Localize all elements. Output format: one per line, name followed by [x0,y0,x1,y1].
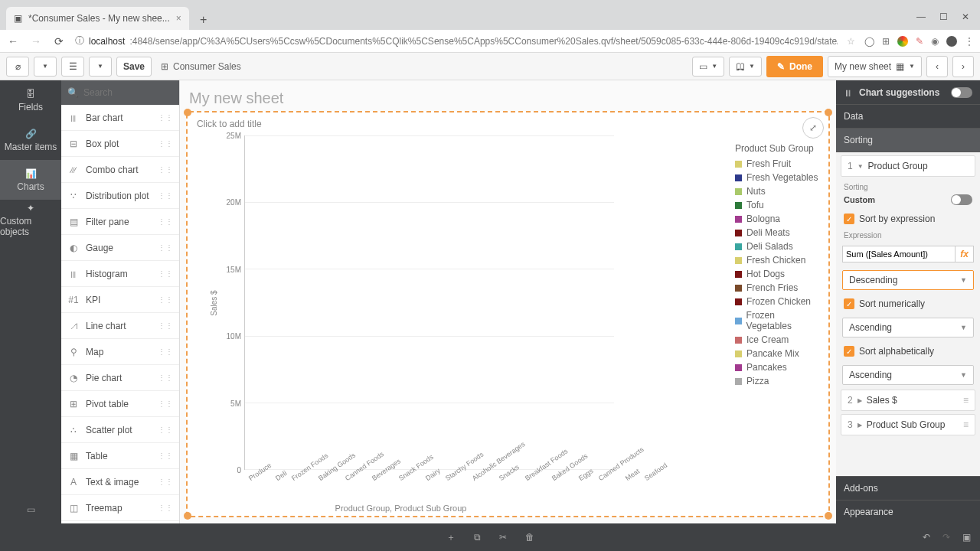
legend-item[interactable]: Tofu [735,200,819,210]
checkbox-checked-icon[interactable]: ✓ [844,214,854,224]
asset-item[interactable]: ∵Distribution plot⋮⋮ [61,183,179,209]
grip-icon[interactable]: ⋮⋮ [158,425,173,434]
asset-item[interactable]: #1KPI⋮⋮ [61,287,179,313]
new-tab-button[interactable]: + [194,10,214,30]
grip-icon[interactable]: ⋮⋮ [158,295,173,304]
ext-icon[interactable]: ⊞ [882,36,890,47]
expression-input[interactable] [842,246,956,262]
fx-button[interactable]: fx [956,246,974,262]
sort-numerically-row[interactable]: ✓ Sort numerically [836,295,980,313]
back-icon[interactable]: ← [6,35,20,47]
add-icon[interactable]: ＋ [446,531,456,544]
grip-icon[interactable]: ⋮⋮ [158,269,173,278]
canvas[interactable]: My new sheet Click to add title ⤢ Sales … [180,80,836,523]
grip-icon[interactable]: ⋮⋮ [158,191,173,200]
fullscreen-icon[interactable]: ▣ [962,532,971,543]
ext-icon[interactable]: ◯ [864,36,874,47]
sort-item-2[interactable]: 2 ▶ Sales $ ≡ [841,390,975,411]
undo-icon[interactable]: ↶ [923,532,930,543]
legend-item[interactable]: Frozen Vegetables [735,310,819,331]
reload-icon[interactable]: ⟳ [52,35,66,47]
prev-sheet-button[interactable]: ‹ [926,56,948,77]
legend-item[interactable]: Pancake Mix [735,348,819,359]
asset-item[interactable]: ◫Treemap⋮⋮ [61,495,179,521]
bookmark-button[interactable]: 🕮 ▼ [729,57,762,77]
grip-icon[interactable]: ⋮⋮ [158,504,173,512]
custom-sort-toggle[interactable] [951,194,972,205]
visualization[interactable]: Click to add title ⤢ Sales $ 05M10M15M20… [186,111,830,517]
delete-icon[interactable]: 🗑 [525,532,534,543]
legend-item[interactable]: French Fries [735,282,819,293]
asset-item[interactable]: ⊞Pivot table⋮⋮ [61,391,179,417]
next-sheet-button[interactable]: › [952,56,974,77]
done-button[interactable]: ✎Done [766,56,823,77]
grip-icon[interactable]: ⋮⋮ [158,217,173,226]
sort-by-expression-row[interactable]: ✓ Sort by expression [836,210,980,228]
url-field[interactable]: ⓘ localhost:4848/sense/app/C%3A%5CUsers%… [75,34,838,47]
grip-icon[interactable]: ⋮⋮ [158,113,173,122]
expand-icon[interactable]: ⤢ [802,117,824,139]
global-menu-caret[interactable]: ▼ [34,57,57,77]
legend-item[interactable]: Deli Salads [735,241,819,252]
redo-icon[interactable]: ↷ [942,532,950,543]
grip-icon[interactable]: ⋮⋮ [158,139,173,148]
ext-icon[interactable] [897,36,908,47]
asset-item[interactable]: ▦Table⋮⋮ [61,443,179,469]
legend-item[interactable]: Hot Dogs [735,269,819,279]
close-window-icon[interactable]: ✕ [962,11,969,22]
sheet-selector[interactable]: My new sheet ▦▼ [828,56,922,77]
resize-handle[interactable] [825,109,832,116]
cut-icon[interactable]: ✂ [499,532,507,543]
viz-title-placeholder[interactable]: Click to add title [188,112,828,135]
browser-tab[interactable]: ▣ *Consumer Sales - My new shee... × [6,7,189,30]
legend-item[interactable]: Pizza [735,376,819,386]
alpha-order-dropdown[interactable]: Ascending▼ [842,365,974,385]
legend-item[interactable]: Fresh Vegetables [735,172,819,183]
rail-fields[interactable]: 🗄Fields [0,80,61,120]
grip-icon[interactable]: ⋮⋮ [158,452,173,460]
checkbox-checked-icon[interactable]: ✓ [844,298,854,309]
rail-charts[interactable]: 📊Charts [0,160,61,200]
ext-icon[interactable]: ◉ [931,36,939,47]
legend-item[interactable]: Ice Cream [735,334,819,345]
asset-item[interactable]: ⫼Histogram⋮⋮ [61,261,179,287]
menu-icon[interactable]: ⋮ [965,36,974,47]
asset-item[interactable]: ⫻Combo chart⋮⋮ [61,157,179,183]
section-sorting[interactable]: Sorting [836,129,980,152]
copy-icon[interactable]: ⧉ [474,532,481,543]
rail-custom-objects[interactable]: ✦Custom objects [0,200,61,240]
legend-item[interactable]: Pancakes [735,362,819,373]
legend-item[interactable]: Deli Meats [735,227,819,238]
sort-alphabetically-row[interactable]: ✓ Sort alphabetically [836,342,980,360]
sort-item-3[interactable]: 3 ▶ Product Sub Group ≡ [841,414,975,435]
grip-icon[interactable]: ⋮⋮ [158,478,173,486]
global-menu-button[interactable]: ⌀ [6,57,29,77]
view-caret[interactable]: ▼ [89,57,112,77]
asset-item[interactable]: ∴Scatter plot⋮⋮ [61,417,179,443]
rail-collapse-button[interactable]: ▭ [0,496,61,523]
resize-handle[interactable] [184,109,191,116]
drag-icon[interactable]: ≡ [963,419,969,430]
legend-item[interactable]: Frozen Chicken [735,296,819,307]
numeric-order-dropdown[interactable]: Ascending▼ [842,318,974,337]
close-icon[interactable]: × [176,13,181,24]
grip-icon[interactable]: ⋮⋮ [158,165,173,174]
asset-item[interactable]: ◐Gauge⋮⋮ [61,235,179,261]
grip-icon[interactable]: ⋮⋮ [158,347,173,356]
legend-item[interactable]: Bologna [735,214,819,224]
minimize-icon[interactable]: — [916,11,926,22]
asset-item[interactable]: ◔Pie chart⋮⋮ [61,365,179,391]
asset-item[interactable]: ⩘Line chart⋮⋮ [61,313,179,339]
sheet-title[interactable]: My new sheet [186,86,830,113]
asset-item[interactable]: ⊟Box plot⋮⋮ [61,131,179,157]
asset-search[interactable]: 🔍 [61,80,179,105]
drag-icon[interactable]: ≡ [963,395,969,406]
grip-icon[interactable]: ⋮⋮ [158,373,173,382]
section-data[interactable]: Data [836,105,980,129]
resize-handle[interactable] [184,512,191,520]
asset-item[interactable]: ⫼Bar chart⋮⋮ [61,105,179,131]
maximize-icon[interactable]: ☐ [939,11,948,22]
star-icon[interactable]: ☆ [847,36,855,47]
profile-avatar[interactable] [946,36,957,47]
sort-item-1[interactable]: 1 ▼ Product Group [841,155,975,177]
